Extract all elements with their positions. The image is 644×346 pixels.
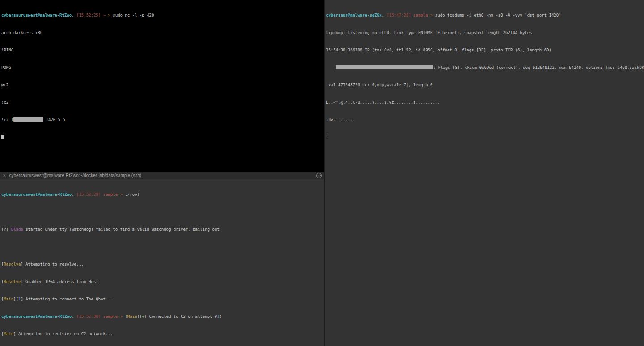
terminal-line: [Resolve] Attempting to resolve... [1, 262, 324, 267]
terminal-line [326, 135, 644, 140]
terminal-line [1, 244, 324, 250]
output-text: 1420 5 5 [43, 118, 65, 122]
prompt-dir: sample [103, 192, 120, 197]
terminal-line: val 475348726 ecr 0,nop,wscale 7], lengt… [326, 82, 644, 88]
terminal-line: cybersauruswest@malware-RtZwo. [15:52:29… [1, 192, 324, 198]
prompt-arrow: > [108, 13, 113, 17]
prompt-user-host: cybersauruswest@malware-RtZwo. [1, 314, 76, 319]
output-text: ] Grabbed IPv4 address from Host [21, 279, 98, 284]
prompt-user-host: cybersauruswest@malware-RtZwo. [1, 13, 76, 17]
output-text: @c2 [1, 83, 8, 87]
prompt-time: [15:52:29] [76, 192, 103, 197]
cursor [326, 135, 328, 139]
terminal-line: E..<".@.4..l-O.....V....$.%z........i...… [326, 100, 644, 105]
output-text: [?] [1, 227, 11, 232]
output-text: PONG [1, 65, 11, 70]
pane-tcpdump[interactable]: cybersaur@malware-sgZKx. [15:47:28] samp… [324, 0, 644, 346]
prompt-command: sudo nc -l -p 420 [113, 13, 154, 17]
terminal-line: [Main] Attempting to register on C2 netw… [1, 331, 324, 337]
output-text: ] Connected to C2 on attempt # [144, 314, 217, 319]
pane-malware-sample[interactable]: cybersauruswest@malware-RtZwo. [15:52:29… [0, 179, 324, 346]
terminal-line: cybersauruswest@malware-RtZwo. [15:52:25… [1, 13, 324, 18]
prompt-arrow: > [120, 192, 125, 197]
redacted-ip-box [13, 117, 43, 122]
output-text: ! [220, 314, 222, 319]
output-text: 15:54:38.366706 IP (tos 0x0, ttl 52, id … [326, 48, 551, 52]
terminal-line [1, 135, 324, 140]
prompt-time: [15:52:30] [76, 314, 103, 319]
output-text: .U>......... [326, 118, 355, 122]
log-tag-resolve: Resolve [4, 262, 21, 266]
terminal-line: !PING [1, 47, 324, 53]
output-text: !PING [1, 48, 13, 52]
output-text: !c2 1 [1, 118, 13, 122]
prompt-user-host: cybersaur@malware-sgZKx. [326, 13, 386, 17]
prompt-dir: sample [413, 13, 430, 17]
terminal-line: [Main][1] Attempting to connect to The Q… [1, 296, 324, 302]
terminal-line: [Resolve] Grabbed IPv4 address from Host [1, 279, 324, 285]
output-text: started under tty.[watchdog] failed to f… [23, 227, 220, 232]
prompt-time: [15:47:28] [386, 13, 413, 17]
prompt-command: sudo tcpdump -i eth0 -nn -s0 -A -vvv 'ds… [435, 13, 561, 17]
cursor [1, 135, 4, 139]
prompt-dir: ~ [103, 13, 108, 17]
prompt-arrow: > [430, 13, 435, 17]
terminal-line: !c2 1 1420 5 5 [1, 117, 324, 123]
prompt-dir: sample [103, 314, 120, 319]
log-tag-resolve: Resolve [4, 279, 21, 284]
log-tag-main: Main [4, 297, 13, 301]
terminal-line: tcpdump: listening on eth0, link-type EN… [326, 30, 644, 36]
output-text: ] Attempting to resolve... [21, 262, 84, 266]
terminal-line: @c2 [1, 82, 324, 88]
output-text: ] Attempting to register on C2 network..… [13, 332, 113, 336]
terminal-line: cybersaur@malware-sgZKx. [15:47:28] samp… [326, 13, 644, 18]
output-text: ][ [137, 314, 142, 319]
terminal-line: : Flags [S], cksum 0x69ed (correct), seq… [326, 65, 644, 71]
output-text: arch darkness.x86 [1, 30, 42, 35]
pane-menu-icon[interactable]: ⋯ [316, 173, 322, 178]
output-text: : Flags [S], cksum 0x69ed (correct), seq… [433, 65, 644, 70]
terminal-line [1, 209, 324, 215]
log-tag-main: Main [127, 314, 137, 319]
prompt-time: [15:52:25] [76, 13, 103, 17]
terminal-workspace: cybersauruswest@malware-RtZwo. [15:52:25… [0, 0, 644, 346]
output-text: tcpdump: listening on eth0, link-type EN… [326, 30, 532, 35]
terminal-line: arch darkness.x86 [1, 30, 324, 36]
output-text: ] Attempting to connect to The Qbot... [21, 297, 113, 301]
pane-titlebar: ✕ cybersauruswest@malware-RtZwo:~/docker… [0, 172, 324, 179]
terminal-line: cybersauruswest@malware-RtZwo. [15:52:30… [1, 314, 324, 320]
log-tag-blade: Blade [11, 227, 23, 232]
terminal-line: PONG [1, 65, 324, 71]
output-text: !c2 [1, 100, 8, 105]
terminal-line: !c2 [1, 100, 324, 105]
prompt-command: ./roof [125, 192, 140, 197]
terminal-line: [?] Blade started under tty.[watchdog] f… [1, 227, 324, 232]
output-text: ][ [13, 297, 18, 301]
log-tag-main: Main [4, 332, 13, 336]
prompt-arrow: > [120, 314, 125, 319]
close-icon[interactable]: ✕ [3, 173, 6, 178]
output-text: E..<".@.4..l-O.....V....$.%z........i...… [326, 100, 440, 105]
prompt-user-host: cybersauruswest@malware-RtZwo. [1, 192, 76, 197]
output-text [326, 65, 336, 70]
redacted-ip-box [336, 65, 433, 69]
pane-netcat-listener[interactable]: cybersauruswest@malware-RtZwo. [15:52:25… [0, 0, 324, 172]
terminal-line: .U>......... [326, 117, 644, 123]
pane-title: cybersauruswest@malware-RtZwo:~/docker-l… [9, 173, 142, 178]
output-text: val 475348726 ecr 0,nop,wscale 7], lengt… [326, 83, 432, 87]
terminal-line: 15:54:38.366706 IP (tos 0x0, ttl 52, id … [326, 47, 644, 53]
